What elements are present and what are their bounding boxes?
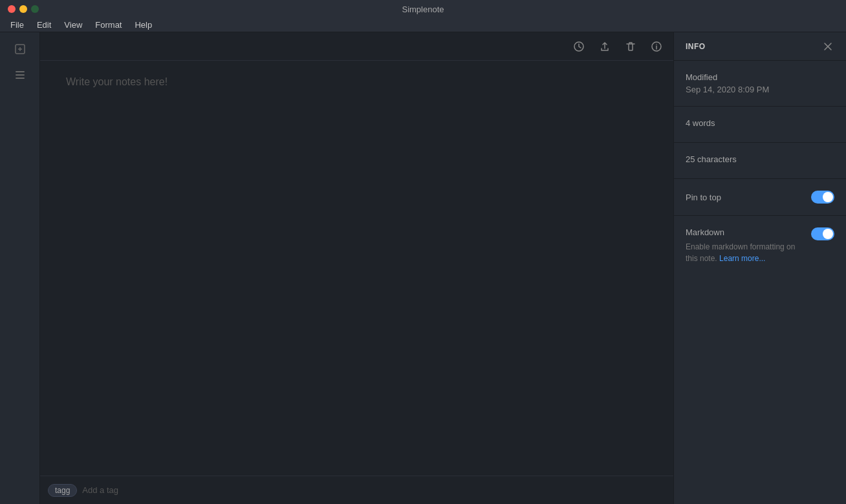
editor-container: Write your notes here! tagg Add a tag [40,32,673,504]
characters-value: 25 characters [686,154,834,164]
info-panel-header: INFO [674,32,846,61]
menu-file[interactable]: File [5,19,29,31]
add-tag-input[interactable]: Add a tag [82,485,118,495]
new-note-button[interactable] [8,37,32,61]
menu-format[interactable]: Format [90,19,127,31]
trash-button[interactable] [624,40,637,53]
info-button[interactable] [650,40,663,53]
editor-body[interactable]: Write your notes here! [40,61,673,476]
sidebar [0,32,40,504]
menu-view[interactable]: View [59,19,87,31]
markdown-knob [823,229,833,239]
tag-badge[interactable]: tagg [48,484,77,497]
history-button[interactable] [572,40,585,53]
main-layout: Write your notes here! tagg Add a tag IN… [0,32,846,504]
menu-edit[interactable]: Edit [32,19,56,31]
menu-help[interactable]: Help [129,19,157,31]
menubar: File Edit View Format Help [0,18,846,32]
pin-to-top-label: Pin to top [686,193,721,202]
maximize-button[interactable] [31,5,39,13]
characters-section: 25 characters [674,143,846,179]
markdown-title: Markdown [686,227,803,237]
markdown-text: Markdown Enable markdown formatting on t… [686,227,803,264]
markdown-learn-more-link[interactable]: Learn more... [719,254,765,263]
modified-value: Sep 14, 2020 8:09 PM [686,85,834,94]
info-close-button[interactable] [821,40,834,53]
minimize-button[interactable] [19,5,27,13]
markdown-section: Markdown Enable markdown formatting on t… [674,216,846,276]
words-value: 4 words [686,118,834,128]
pin-to-top-row: Pin to top [674,179,846,216]
modified-section: Modified Sep 14, 2020 8:09 PM [674,61,846,107]
editor-placeholder: Write your notes here! [66,76,168,87]
pin-to-top-toggle[interactable] [811,191,834,204]
editor-footer: tagg Add a tag [40,476,673,504]
info-panel: INFO Modified Sep 14, 2020 8:09 PM 4 wor… [673,32,846,504]
markdown-toggle[interactable] [811,227,834,240]
svg-rect-3 [16,71,25,72]
svg-rect-4 [16,74,25,76]
markdown-description: Enable markdown formatting on this note.… [686,241,803,264]
close-button[interactable] [8,5,16,13]
editor-toolbar [40,32,673,61]
markdown-row: Markdown Enable markdown formatting on t… [686,227,834,264]
traffic-lights [8,5,39,13]
info-panel-title: INFO [686,42,706,51]
titlebar: Simplenote [0,0,846,18]
words-section: 4 words [674,107,846,143]
svg-rect-5 [16,78,25,79]
share-button[interactable] [598,40,611,53]
sidebar-toggle-button[interactable] [8,63,32,87]
app-title: Simplenote [402,5,444,14]
modified-label: Modified [686,72,834,82]
pin-to-top-knob [823,192,833,202]
svg-point-9 [656,43,657,45]
